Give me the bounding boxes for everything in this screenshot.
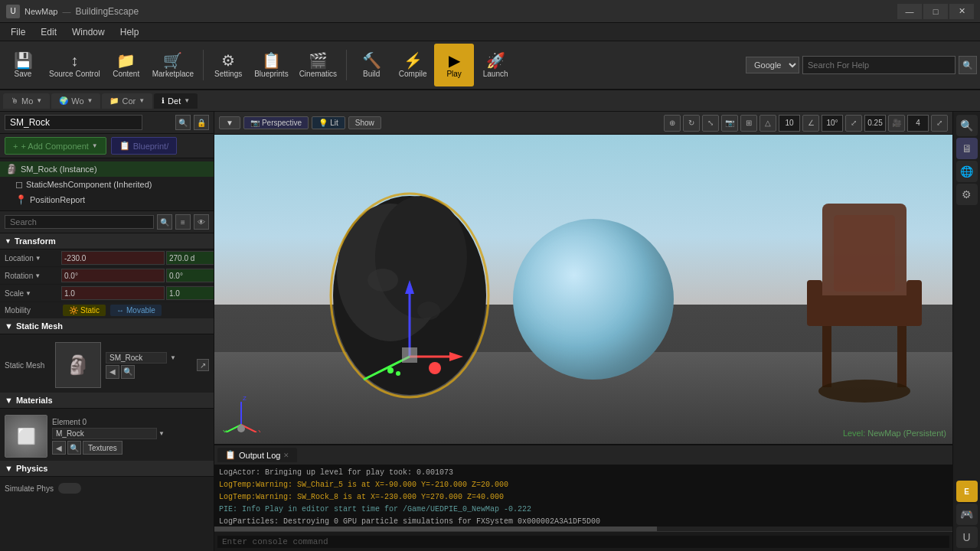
vp-camera-icon[interactable]: 📷 bbox=[721, 115, 738, 132]
maximize-button[interactable]: □ bbox=[923, 4, 948, 19]
sidebar-icon-1[interactable]: 🔍 bbox=[956, 115, 978, 136]
perspective-button[interactable]: 📷 Perspective bbox=[243, 116, 309, 129]
sidebar-icon-4[interactable]: ⚙ bbox=[956, 184, 978, 205]
scale-y-input[interactable] bbox=[166, 286, 214, 300]
vp-move-icon[interactable]: ⊕ bbox=[664, 115, 681, 132]
materials-header[interactable]: ▼ Materials bbox=[0, 393, 214, 409]
blueprints-button[interactable]: 📋 Blueprints bbox=[250, 44, 292, 86]
actor-lock-icon[interactable]: 🔒 bbox=[194, 115, 209, 130]
physics-header[interactable]: ▼ Physics bbox=[0, 461, 214, 477]
location-x-input[interactable] bbox=[61, 251, 165, 265]
launch-button[interactable]: 🚀 Launch bbox=[475, 44, 515, 86]
vp-grid-value[interactable]: 10 bbox=[779, 115, 800, 132]
vp-scale-icon[interactable]: ⤡ bbox=[702, 115, 719, 132]
settings-button[interactable]: ⚙ Settings bbox=[208, 44, 248, 86]
textures-button[interactable]: Textures bbox=[83, 441, 122, 455]
viewport-dropdown-button[interactable]: ▼ bbox=[219, 116, 240, 129]
vp-rotate-icon[interactable]: ↻ bbox=[683, 115, 700, 132]
movable-mobility-button[interactable]: ↔ Movable bbox=[110, 305, 162, 316]
search-engine-dropdown[interactable]: Google Bing bbox=[746, 57, 799, 73]
mesh-search-button[interactable]: 🔍 bbox=[121, 365, 135, 379]
material-actions: ◀ 🔍 Textures bbox=[52, 441, 209, 455]
tree-item-position-report[interactable]: 📍 PositionReport bbox=[0, 192, 214, 207]
right-sidebar: 🔍 🖥 🌐 ⚙ E 🎮 U bbox=[952, 112, 980, 551]
vp-camera2-icon[interactable]: 🎥 bbox=[888, 115, 905, 132]
output-log-close[interactable]: ✕ bbox=[283, 452, 289, 459]
vp-scale-value[interactable]: 0.25 bbox=[864, 115, 886, 132]
tab-world-outliner[interactable]: 🌍 Wo ▼ bbox=[51, 93, 100, 109]
vp-scale-snap-icon[interactable]: ⤢ bbox=[845, 115, 862, 132]
vp-grid-icon[interactable]: ⊞ bbox=[740, 115, 757, 132]
vp-angle-value[interactable]: 10° bbox=[822, 115, 843, 132]
sidebar-icon-udemy[interactable]: U bbox=[956, 527, 978, 548]
menu-edit[interactable]: Edit bbox=[33, 24, 64, 40]
rotation-arrow[interactable]: ▼ bbox=[34, 272, 41, 279]
scale-x-input[interactable] bbox=[61, 286, 165, 300]
material-search-button[interactable]: 🔍 bbox=[67, 441, 81, 455]
mesh-expand-button[interactable]: ↗ bbox=[197, 359, 209, 371]
simulate-toggle[interactable] bbox=[58, 483, 81, 494]
viewport[interactable]: Level: NewMap (Persistent) Z X Y bbox=[214, 135, 952, 444]
properties-view-toggle[interactable]: ≡ bbox=[175, 214, 191, 230]
scale-arrow[interactable]: ▼ bbox=[25, 290, 31, 297]
rotation-y-input[interactable] bbox=[166, 269, 214, 282]
play-button[interactable]: ▶ Play bbox=[434, 44, 474, 86]
mesh-prev-button[interactable]: ◀ bbox=[106, 365, 119, 379]
static-mesh-arrow: ▼ bbox=[5, 321, 13, 331]
properties-search-icon[interactable]: 🔍 bbox=[157, 214, 172, 230]
location-y-input[interactable] bbox=[166, 251, 214, 265]
build-label: Build bbox=[363, 70, 380, 78]
sidebar-icon-gamepad[interactable]: 🎮 bbox=[956, 504, 978, 525]
save-button[interactable]: 💾 Save bbox=[3, 44, 43, 86]
transform-header[interactable]: ▼ Transform bbox=[0, 233, 214, 249]
vp-camera-value[interactable]: 4 bbox=[907, 115, 929, 132]
vp-surface-icon[interactable]: △ bbox=[760, 115, 776, 132]
sidebar-icon-2[interactable]: 🖥 bbox=[956, 138, 978, 159]
build-button[interactable]: 🔨 Build bbox=[351, 44, 391, 86]
marketplace-button[interactable]: 🛒 Marketplace bbox=[148, 44, 198, 86]
location-arrow[interactable]: ▼ bbox=[35, 255, 41, 262]
material-name-input[interactable] bbox=[52, 428, 157, 439]
menubar: File Edit Window Help bbox=[0, 23, 980, 41]
close-button[interactable]: ✕ bbox=[949, 4, 974, 19]
search-help-button[interactable]: 🔍 bbox=[959, 56, 977, 74]
vp-angle-icon[interactable]: ∠ bbox=[802, 115, 819, 132]
menu-help[interactable]: Help bbox=[113, 24, 147, 40]
lit-button[interactable]: 💡 Lit bbox=[312, 116, 345, 129]
properties-eye-icon[interactable]: 👁 bbox=[194, 214, 209, 230]
menu-file[interactable]: File bbox=[3, 24, 33, 40]
vp-maximize-icon[interactable]: ⤢ bbox=[931, 115, 948, 132]
transform-section: ▼ Transform Location ▼ ↺ bbox=[0, 233, 214, 318]
actor-browse-icon[interactable]: 🔍 bbox=[175, 115, 191, 130]
output-log-tab[interactable]: 📋 Output Log ✕ bbox=[217, 448, 297, 462]
add-component-button[interactable]: + + Add Component ▼ bbox=[5, 137, 106, 155]
mesh-dropdown-arrow[interactable]: ▼ bbox=[170, 354, 176, 361]
tab-modes[interactable]: 🖱 Mo ▼ bbox=[3, 93, 50, 109]
blueprint-button[interactable]: 📋 Blueprint/ bbox=[111, 137, 177, 155]
menu-window[interactable]: Window bbox=[64, 24, 113, 40]
titlebar-title: NewMap bbox=[24, 7, 57, 16]
mesh-name-input[interactable] bbox=[106, 352, 167, 364]
actor-name-input[interactable] bbox=[5, 115, 142, 130]
static-mobility-button[interactable]: 🔆 Static bbox=[63, 305, 106, 316]
show-button[interactable]: Show bbox=[348, 116, 381, 129]
tab-content-browser[interactable]: 📁 Cor ▼ bbox=[102, 93, 152, 109]
minimize-button[interactable]: — bbox=[897, 4, 922, 19]
properties-search-input[interactable] bbox=[5, 215, 154, 229]
static-mesh-header[interactable]: ▼ Static Mesh bbox=[0, 318, 214, 334]
console-input[interactable] bbox=[217, 536, 949, 548]
material-dropdown-arrow[interactable]: ▼ bbox=[158, 430, 165, 437]
material-prev-button[interactable]: ◀ bbox=[52, 441, 66, 455]
tree-item-instance[interactable]: 🗿 SM_Rock (Instance) bbox=[0, 161, 214, 177]
compile-button[interactable]: ⚡ Compile bbox=[393, 44, 433, 86]
location-label: Location ▼ bbox=[5, 254, 58, 262]
sidebar-icon-epic[interactable]: E bbox=[956, 481, 978, 502]
tree-item-static-mesh[interactable]: ◻ StaticMeshComponent (Inherited) bbox=[0, 177, 214, 192]
tab-details[interactable]: ℹ Det ▼ bbox=[154, 93, 198, 109]
content-button[interactable]: 📁 Content bbox=[106, 44, 146, 86]
search-help-input[interactable] bbox=[802, 56, 956, 74]
cinematics-button[interactable]: 🎬 Cinematics bbox=[295, 44, 341, 86]
rotation-x-input[interactable] bbox=[61, 269, 165, 282]
source-control-button[interactable]: ↕ Source Control bbox=[44, 44, 105, 86]
sidebar-icon-3[interactable]: 🌐 bbox=[956, 161, 978, 182]
